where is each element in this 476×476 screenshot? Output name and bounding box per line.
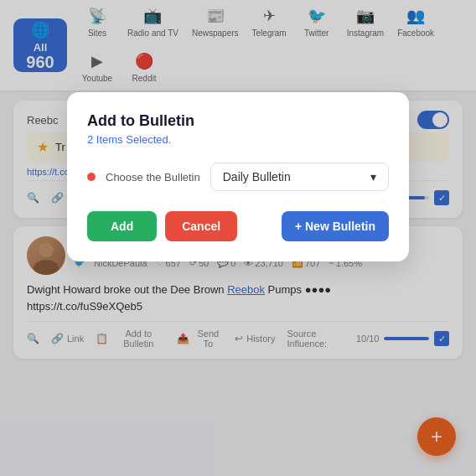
bulletin-dropdown[interactable]: Daily Bulletin ▾ bbox=[210, 163, 389, 191]
modal-title: Add to Bulletin bbox=[87, 112, 389, 130]
bulletin-selected-value: Daily Bulletin bbox=[223, 170, 291, 184]
new-bulletin-button[interactable]: + New Bulletin bbox=[282, 211, 389, 241]
add-button[interactable]: Add bbox=[87, 211, 157, 241]
modal-subtitle: 2 Items Selected. bbox=[87, 133, 389, 146]
app-container: 🌐 All 960 📡 Sites 📺 Radio and TV 📰 Newsp… bbox=[0, 0, 476, 476]
modal-buttons: Add Cancel + New Bulletin bbox=[87, 211, 389, 241]
cancel-button[interactable]: Cancel bbox=[165, 211, 237, 241]
choose-bullet bbox=[87, 173, 96, 181]
add-to-bulletin-modal: Add to Bulletin 2 Items Selected. Choose… bbox=[67, 92, 409, 261]
chevron-down-icon: ▾ bbox=[370, 170, 376, 184]
modal-choose-row: Choose the Bulletin Daily Bulletin ▾ bbox=[87, 163, 389, 191]
choose-label: Choose the Bulletin bbox=[106, 171, 200, 184]
